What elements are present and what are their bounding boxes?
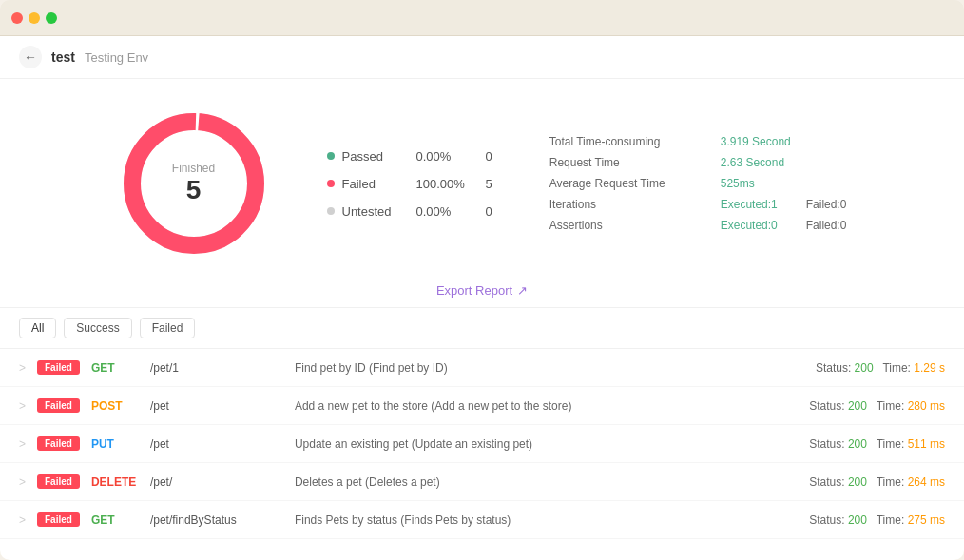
path-label: /pet/1: [150, 361, 283, 375]
status-label: Status: 200 Time: 511 ms: [809, 437, 945, 451]
path-label: /pet/findByStatus: [150, 513, 283, 527]
table-row[interactable]: > Failed POST /pet Add a new pet to the …: [0, 387, 964, 425]
status-code: 200: [848, 513, 867, 527]
minimize-button[interactable]: [29, 12, 40, 24]
desc-label: Deletes a pet (Deletes a pet): [295, 475, 798, 489]
filter-button-all[interactable]: All: [19, 318, 56, 338]
legend-dot: [327, 180, 335, 187]
legend-item: Passed 0.00% 0: [327, 149, 492, 164]
requests-list: > Failed GET /pet/1 Find pet by ID (Find…: [0, 349, 964, 560]
time-value: 280 ms: [908, 399, 945, 413]
path-label: /pet/: [150, 475, 283, 489]
failed-badge: Failed: [37, 398, 80, 413]
time-value: 511 ms: [908, 437, 945, 451]
legend-name: Failed: [342, 177, 409, 191]
status-code: 200: [848, 437, 867, 451]
filter-button-success[interactable]: Success: [64, 318, 131, 338]
desc-label: Add a new pet to the store (Add a new pe…: [295, 399, 798, 413]
donut-center: Finished 5: [172, 162, 215, 205]
stats: Total Time-consuming 3.919 Second Reques…: [549, 135, 847, 232]
stat-row: Request Time 2.63 Second: [549, 156, 847, 169]
stat-value: 3.919 Second: [721, 135, 791, 148]
path-label: /pet: [150, 399, 283, 413]
filter-button-failed[interactable]: Failed: [140, 318, 196, 338]
stat-label: Average Request Time: [549, 177, 702, 190]
failed-badge: Failed: [37, 436, 80, 451]
page-subtitle: Testing Env: [85, 50, 148, 65]
filter-row: AllSuccessFailed: [0, 307, 964, 349]
legend-pct: 0.00%: [416, 204, 478, 219]
status-label: Status: 200 Time: 1.29 s: [816, 361, 945, 375]
method-label: GET: [91, 513, 139, 527]
export-icon: ↗: [517, 283, 528, 298]
export-button[interactable]: Export Report ↗: [436, 283, 528, 298]
table-row[interactable]: > Failed GET /pet/1 Find pet by ID (Find…: [0, 349, 964, 387]
chevron-icon: >: [19, 361, 26, 375]
legend-num: 0: [486, 204, 492, 219]
stat-row: Average Request Time 525ms: [549, 177, 847, 190]
legend-name: Passed: [342, 149, 409, 164]
summary-section: Finished 5 Passed 0.00% 0 Failed 100.00%…: [0, 79, 964, 269]
donut-count: 5: [172, 175, 215, 205]
stat-row: Assertions Executed:0 Failed:0: [549, 219, 847, 232]
stat-label: Assertions: [549, 219, 702, 232]
table-row[interactable]: > Failed PUT /pet Update an existing pet…: [0, 425, 964, 463]
desc-label: Update an existing pet (Update an existi…: [295, 437, 798, 451]
table-row[interactable]: > Failed GET /pet/findByStatus Finds Pet…: [0, 501, 964, 539]
donut-chart: Finished 5: [118, 107, 270, 260]
desc-label: Find pet by ID (Find pet by ID): [295, 361, 804, 375]
chevron-icon: >: [19, 475, 26, 489]
status-label: Status: 200 Time: 280 ms: [809, 399, 945, 413]
legend-name: Untested: [342, 204, 409, 219]
failed-badge: Failed: [37, 360, 80, 375]
legend: Passed 0.00% 0 Failed 100.00% 5 Untested…: [327, 149, 492, 219]
legend-item: Failed 100.00% 5: [327, 177, 492, 191]
method-label: PUT: [91, 437, 139, 451]
stat-value: Executed:0: [721, 219, 778, 232]
donut-label: Finished: [172, 162, 215, 175]
header: ← test Testing Env: [0, 36, 964, 79]
legend-dot: [327, 152, 335, 160]
stat-extra: Failed:0: [806, 198, 847, 211]
status-code: 200: [848, 399, 867, 413]
time-value: 264 ms: [908, 475, 945, 489]
legend-pct: 100.00%: [416, 177, 478, 191]
chevron-icon: >: [19, 513, 26, 527]
time-value: 1.29 s: [914, 361, 945, 375]
back-button[interactable]: ←: [19, 46, 42, 68]
path-label: /pet: [150, 437, 283, 451]
stat-value: 2.63 Second: [721, 156, 784, 169]
legend-pct: 0.00%: [416, 149, 478, 164]
chevron-icon: >: [19, 437, 26, 451]
titlebar: [0, 0, 964, 36]
status-label: Status: 200 Time: 275 ms: [809, 513, 945, 527]
main-window: ← test Testing Env Finished 5: [0, 0, 964, 560]
legend-num: 5: [486, 177, 492, 191]
legend-item: Untested 0.00% 0: [327, 204, 492, 219]
stat-extra: Failed:0: [806, 219, 847, 232]
desc-label: Finds Pets by status (Finds Pets by stat…: [295, 513, 798, 527]
maximize-button[interactable]: [46, 12, 57, 24]
stat-value: 525ms: [721, 177, 755, 190]
table-row[interactable]: > Failed DELETE /pet/ Deletes a pet (Del…: [0, 463, 964, 501]
status-code: 200: [848, 475, 867, 489]
export-row: Export Report ↗: [0, 269, 964, 307]
stat-row: Iterations Executed:1 Failed:0: [549, 198, 847, 211]
status-label: Status: 200 Time: 264 ms: [809, 475, 945, 489]
failed-badge: Failed: [37, 512, 80, 527]
method-label: DELETE: [91, 475, 139, 489]
status-code: 200: [855, 361, 874, 375]
content-area: ← test Testing Env Finished 5: [0, 36, 964, 560]
traffic-lights: [11, 12, 57, 24]
method-label: POST: [91, 399, 139, 413]
page-title: test: [51, 49, 75, 65]
stat-label: Iterations: [549, 198, 702, 211]
failed-badge: Failed: [37, 474, 80, 489]
stat-row: Total Time-consuming 3.919 Second: [549, 135, 847, 148]
legend-num: 0: [486, 149, 492, 164]
stat-value: Executed:1: [721, 198, 778, 211]
stat-label: Total Time-consuming: [549, 135, 702, 148]
close-button[interactable]: [11, 12, 23, 24]
stat-label: Request Time: [549, 156, 702, 169]
export-label: Export Report: [436, 283, 512, 298]
